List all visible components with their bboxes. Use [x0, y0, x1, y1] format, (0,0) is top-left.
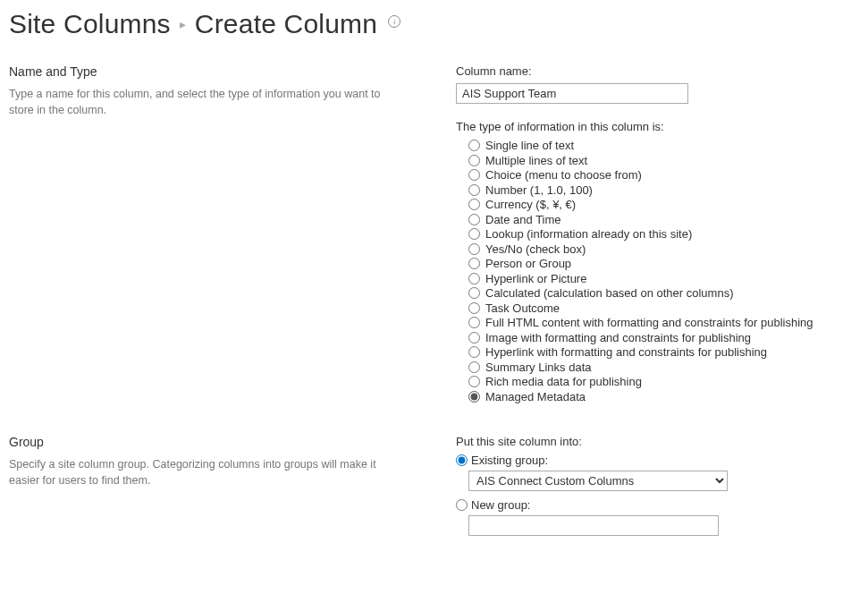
section-heading: Name and Type [9, 64, 402, 79]
new-group-radio[interactable] [456, 499, 468, 511]
type-option-label: Task Outcome [485, 301, 560, 315]
existing-group-label: Existing group: [471, 454, 548, 467]
type-option-label: Date and Time [485, 213, 561, 226]
existing-group-radio-row[interactable]: Existing group: [456, 454, 859, 467]
type-option-row[interactable]: Yes/No (check box) [468, 242, 859, 256]
breadcrumb-parent-link[interactable]: Site Columns [9, 9, 171, 39]
section-group: Group Specify a site column group. Categ… [9, 435, 859, 543]
section-group-left: Group Specify a site column group. Categ… [9, 435, 456, 543]
existing-group-radio[interactable] [456, 454, 468, 466]
type-option-radio[interactable] [468, 332, 480, 344]
breadcrumb: Site Columns ▸ Create Column i [9, 9, 859, 39]
type-info-label: The type of information in this column i… [456, 120, 859, 133]
type-option-label: Image with formatting and constraints fo… [485, 331, 751, 344]
new-group-label: New group: [471, 498, 530, 512]
type-option-radio[interactable] [468, 361, 480, 373]
type-option-radio[interactable] [468, 243, 480, 255]
type-option-radio[interactable] [468, 155, 480, 166]
chevron-right-icon: ▸ [180, 17, 186, 31]
type-option-radio[interactable] [468, 184, 480, 196]
type-option-row[interactable]: Managed Metadata [468, 390, 859, 403]
column-name-label: Column name: [456, 64, 859, 78]
type-option-radio[interactable] [468, 169, 480, 181]
type-option-row[interactable]: Date and Time [468, 213, 859, 226]
type-option-row[interactable]: Number (1, 1.0, 100) [468, 183, 859, 197]
type-option-row[interactable]: Person or Group [468, 257, 859, 270]
type-radio-list: Single line of textMultiple lines of tex… [456, 139, 859, 403]
type-option-row[interactable]: Currency ($, ¥, €) [468, 198, 859, 211]
section-name-type-left: Name and Type Type a name for this colum… [9, 64, 456, 404]
type-option-row[interactable]: Choice (menu to choose from) [468, 168, 859, 182]
type-option-row[interactable]: Rich media data for publishing [468, 375, 859, 388]
section-description: Specify a site column group. Categorizin… [9, 456, 402, 488]
type-option-row[interactable]: Multiple lines of text [468, 154, 859, 167]
type-option-radio[interactable] [468, 258, 480, 269]
type-option-label: Number (1, 1.0, 100) [485, 183, 593, 197]
type-option-label: Multiple lines of text [485, 154, 587, 167]
type-option-row[interactable]: Lookup (information already on this site… [468, 227, 859, 241]
type-option-label: Yes/No (check box) [485, 242, 586, 256]
type-option-label: Choice (menu to choose from) [485, 168, 642, 182]
type-option-row[interactable]: Hyperlink or Picture [468, 272, 859, 285]
type-option-row[interactable]: Image with formatting and constraints fo… [468, 331, 859, 344]
type-option-row[interactable]: Summary Links data [468, 361, 859, 374]
section-name-type-right: Column name: The type of information in … [456, 64, 859, 404]
type-option-radio[interactable] [468, 273, 480, 284]
type-option-row[interactable]: Task Outcome [468, 301, 859, 315]
type-option-radio[interactable] [468, 214, 480, 225]
type-option-label: Managed Metadata [485, 390, 586, 403]
section-group-right: Put this site column into: Existing grou… [456, 435, 859, 543]
type-option-row[interactable]: Single line of text [468, 139, 859, 152]
type-option-radio[interactable] [468, 376, 480, 387]
type-option-radio[interactable] [468, 346, 480, 358]
group-field-label: Put this site column into: [456, 435, 859, 448]
type-option-label: Person or Group [485, 257, 571, 270]
new-group-radio-row[interactable]: New group: [456, 498, 859, 512]
type-option-label: Rich media data for publishing [485, 375, 642, 388]
type-option-radio[interactable] [468, 228, 480, 240]
type-option-label: Currency ($, ¥, €) [485, 198, 576, 211]
type-option-label: Summary Links data [485, 361, 592, 374]
info-icon[interactable]: i [388, 15, 400, 28]
type-option-radio[interactable] [468, 199, 480, 210]
existing-group-select[interactable]: AIS Connect Custom Columns [468, 471, 728, 491]
new-group-input[interactable] [468, 515, 719, 536]
new-group-block: New group: [456, 498, 859, 536]
type-option-label: Calculated (calculation based on other c… [485, 286, 734, 300]
type-option-label: Hyperlink or Picture [485, 272, 586, 285]
page-title: Create Column [195, 9, 377, 39]
type-option-radio[interactable] [468, 140, 480, 151]
type-option-radio[interactable] [468, 391, 480, 403]
type-option-row[interactable]: Full HTML content with formatting and co… [468, 316, 859, 329]
type-option-label: Hyperlink with formatting and constraint… [485, 345, 767, 359]
type-option-label: Single line of text [485, 139, 574, 152]
type-option-label: Lookup (information already on this site… [485, 227, 692, 241]
type-option-label: Full HTML content with formatting and co… [485, 316, 813, 329]
section-heading: Group [9, 435, 402, 449]
section-name-type: Name and Type Type a name for this colum… [9, 64, 859, 404]
type-option-radio[interactable] [468, 317, 480, 328]
section-description: Type a name for this column, and select … [9, 86, 402, 118]
type-option-radio[interactable] [468, 287, 480, 299]
existing-group-block: Existing group: AIS Connect Custom Colum… [456, 454, 859, 491]
type-option-row[interactable]: Hyperlink with formatting and constraint… [468, 345, 859, 359]
type-option-row[interactable]: Calculated (calculation based on other c… [468, 286, 859, 300]
column-name-input[interactable] [456, 83, 688, 104]
type-option-radio[interactable] [468, 302, 480, 314]
